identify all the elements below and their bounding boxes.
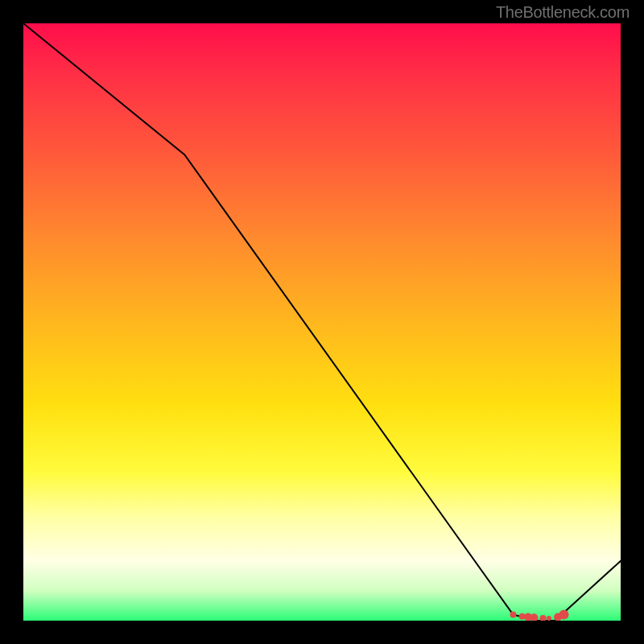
watermark-text: TheBottleneck.com (496, 3, 630, 22)
valley-marker (559, 610, 569, 620)
main-series-polyline (23, 23, 621, 621)
series-line (23, 23, 621, 621)
valley-marker (510, 612, 516, 618)
chart-container: TheBottleneck.com (0, 0, 644, 644)
valley-marker (547, 616, 551, 621)
plot-area (23, 23, 621, 621)
line-chart-svg (23, 23, 621, 621)
valley-marker (540, 615, 547, 621)
